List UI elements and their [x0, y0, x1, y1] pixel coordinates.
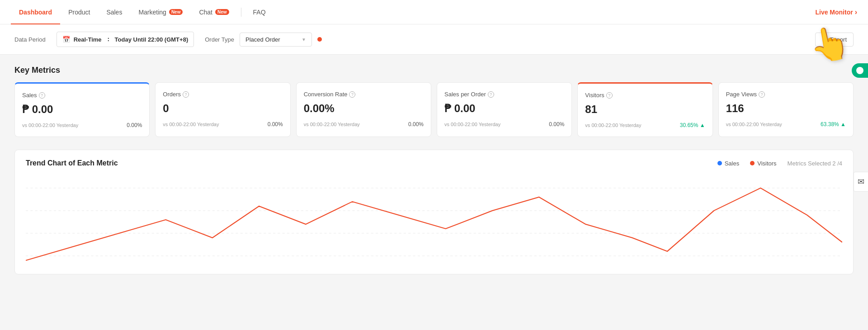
date-range-label: Real-Time [74, 36, 102, 43]
nav-items: Dashboard Product Sales Marketing New Ch… [11, 0, 815, 24]
metric-card-orders: Orders ? 0 vs 00:00-22:00 Yesterday 0.00… [155, 82, 290, 137]
legend-label-sales: Sales [725, 160, 740, 167]
main-content: Key Metrics Sales ? ₱ 0.00 vs 00:00-22:0… [0, 55, 868, 285]
live-indicator-dot [317, 37, 322, 42]
order-type-value: Placed Order [245, 36, 280, 43]
date-picker[interactable]: 📅 Real-Time ： Today Until 22:00 (GMT+8) [57, 32, 194, 47]
live-monitor-label: Live Monitor [815, 9, 853, 16]
top-navigation: Dashboard Product Sales Marketing New Ch… [0, 0, 868, 24]
download-icon: ⬇ [822, 36, 827, 43]
metric-name-sales: Sales ? [22, 92, 142, 99]
metric-name-sales-per-order: Sales per Order ? [444, 91, 564, 98]
legend-label-visitors: Visitors [757, 160, 776, 167]
metrics-selected-label: Metrics Selected 2 /4 [788, 160, 842, 167]
legend-dot-sales [717, 161, 722, 165]
metrics-grid: Sales ? ₱ 0.00 vs 00:00-22:00 Yesterday … [14, 82, 854, 137]
nav-item-sales[interactable]: Sales [98, 0, 130, 24]
key-metrics-title: Key Metrics [14, 66, 854, 75]
spo-info-icon[interactable]: ? [488, 91, 494, 98]
metric-change-conversion: 0.00% [408, 121, 424, 127]
legend-dot-visitors [750, 161, 755, 165]
export-button[interactable]: ⬇ Export [815, 33, 854, 47]
chat-badge: New [215, 9, 229, 15]
order-type-section: Order Type Placed Order ▼ [205, 33, 322, 47]
metric-comparison-orders: vs 00:00-22:00 Yesterday 0.00% [163, 121, 283, 127]
metric-value-visitors: 81 [585, 103, 705, 116]
nav-item-dashboard[interactable]: Dashboard [11, 0, 60, 24]
data-period-label: Data Period [14, 36, 46, 43]
metric-name-page-views: Page Views ? [726, 91, 846, 98]
trend-chart-svg [26, 174, 842, 265]
page-views-up-arrow-icon: ▲ [840, 121, 846, 127]
export-label: Export [830, 36, 847, 43]
dropdown-chevron-icon: ▼ [302, 37, 306, 42]
nav-label-chat: Chat [199, 9, 212, 16]
metric-card-visitors: Visitors ? 81 vs 00:00-22:00 Yesterday 3… [577, 82, 712, 137]
visitors-info-icon[interactable]: ? [606, 92, 613, 99]
trend-chart-section: Trend Chart of Each Metric Sales Visitor… [14, 150, 854, 274]
toggle-circle [856, 67, 863, 74]
metric-name-conversion-rate: Conversion Rate ? [304, 91, 424, 98]
key-metrics-section: Key Metrics Sales ? ₱ 0.00 vs 00:00-22:0… [14, 66, 854, 137]
nav-label-sales: Sales [106, 9, 122, 16]
page-views-info-icon[interactable]: ? [759, 91, 765, 98]
metric-value-conversion-rate: 0.00% [304, 102, 424, 115]
nav-item-faq[interactable]: FAQ [245, 0, 274, 24]
legend-visitors: Visitors [750, 160, 776, 167]
order-type-label: Order Type [205, 36, 234, 43]
metric-value-sales: ₱ 0.00 [22, 103, 142, 116]
metric-change-sales: 0.00% [127, 122, 142, 128]
mail-icon: ✉ [858, 177, 864, 186]
live-monitor-button[interactable]: Live Monitor › [815, 8, 857, 16]
metric-change-spo: 0.00% [549, 121, 564, 127]
nav-item-product[interactable]: Product [60, 0, 98, 24]
date-value: Today Until 22:00 (GMT+8) [115, 36, 189, 43]
metric-comparison-conversion: vs 00:00-22:00 Yesterday 0.00% [304, 121, 424, 127]
nav-label-dashboard: Dashboard [19, 9, 52, 16]
nav-item-chat[interactable]: Chat New [191, 0, 237, 24]
marketing-badge: New [169, 9, 183, 15]
sales-info-icon[interactable]: ? [39, 92, 45, 99]
metric-value-page-views: 116 [726, 102, 846, 115]
nav-label-marketing: Marketing [138, 9, 166, 16]
legend-sales: Sales [717, 160, 740, 167]
metric-change-page-views: 63.38% ▲ [821, 121, 846, 127]
metric-comparison-spo: vs 00:00-22:00 Yesterday 0.00% [444, 121, 564, 127]
metric-name-orders: Orders ? [163, 91, 283, 98]
metric-change-orders: 0.00% [268, 121, 283, 127]
metric-comparison-visitors: vs 00:00-22:00 Yesterday 30.65% ▲ [585, 122, 705, 128]
metric-card-conversion-rate: Conversion Rate ? 0.00% vs 00:00-22:00 Y… [296, 82, 431, 137]
nav-divider [241, 8, 241, 17]
calendar-icon: 📅 [62, 36, 70, 43]
mail-sidebar-button[interactable]: ✉ [854, 172, 868, 192]
metric-value-orders: 0 [163, 102, 283, 115]
metric-card-sales-per-order: Sales per Order ? ₱ 0.00 vs 00:00-22:00 … [437, 82, 572, 137]
visitors-up-arrow-icon: ▲ [700, 122, 705, 128]
trend-chart-header: Trend Chart of Each Metric Sales Visitor… [26, 159, 842, 167]
live-monitor-arrow: › [855, 8, 857, 16]
metric-value-sales-per-order: ₱ 0.00 [444, 102, 564, 115]
metric-card-sales: Sales ? ₱ 0.00 vs 00:00-22:00 Yesterday … [14, 82, 150, 137]
orders-info-icon[interactable]: ? [183, 91, 189, 98]
nav-item-marketing[interactable]: Marketing New [130, 0, 191, 24]
metric-comparison-sales: vs 00:00-22:00 Yesterday 0.00% [22, 122, 142, 128]
nav-label-product: Product [68, 9, 90, 16]
conversion-info-icon[interactable]: ? [349, 91, 355, 98]
nav-label-faq: FAQ [253, 9, 266, 16]
filter-bar: Data Period 📅 Real-Time ： Today Until 22… [0, 24, 868, 55]
metric-change-visitors: 30.65% ▲ [680, 122, 705, 128]
metric-card-page-views: Page Views ? 116 vs 00:00-22:00 Yesterda… [718, 82, 854, 137]
metric-comparison-page-views: vs 00:00-22:00 Yesterday 63.38% ▲ [726, 121, 846, 127]
trend-chart-title: Trend Chart of Each Metric [26, 159, 707, 167]
metric-name-visitors: Visitors ? [585, 92, 705, 99]
toggle-switch[interactable] [852, 63, 868, 78]
separator: ： [105, 35, 111, 43]
order-type-dropdown[interactable]: Placed Order ▼ [240, 33, 312, 47]
trend-chart-area [26, 174, 842, 265]
